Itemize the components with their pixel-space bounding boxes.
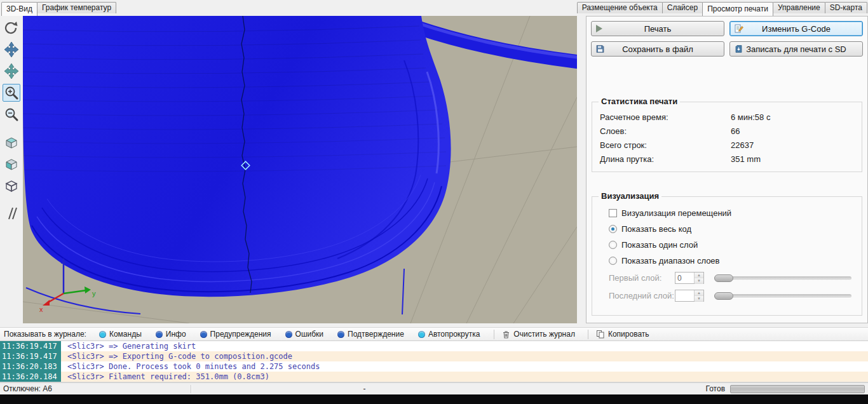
first-layer-slider[interactable] — [714, 273, 851, 283]
log-filter-errors[interactable]: Ошибки — [285, 330, 324, 339]
sd-card-icon — [735, 45, 743, 53]
log-filter-autoscroll[interactable]: Автопрокрутка — [418, 330, 480, 339]
stat-value: 22637 — [731, 140, 854, 150]
info-filter-label: Инфо — [166, 330, 186, 339]
log-message: <Slic3r> Filament required: 351.0mm (0.8… — [61, 372, 269, 382]
write-sd-button-label: Записать для печати с SD — [746, 44, 846, 54]
view-tabs: 3D-Вид График температур — [1, 2, 116, 16]
log-filter-label: Показывать в журнале: — [4, 330, 86, 339]
save-to-file-button[interactable]: Сохранить в файл — [591, 41, 724, 57]
zoom-out-button[interactable] — [3, 105, 20, 123]
slider-thumb[interactable] — [714, 292, 733, 300]
warnings-filter-label: Предупреждения — [210, 330, 271, 339]
last-layer-slider[interactable] — [714, 291, 851, 301]
info-dot-icon — [156, 331, 163, 338]
copy-icon — [596, 330, 605, 339]
radio-show-single-layer[interactable]: Показать один слой — [609, 240, 854, 250]
tab-control[interactable]: Управление — [773, 2, 825, 13]
last-layer-label: Последний слой: — [609, 291, 675, 300]
write-sd-button[interactable]: Записать для печати с SD — [729, 41, 863, 57]
radio-show-layer-range[interactable]: Показать диапазон слоев — [609, 256, 854, 266]
main-area: x y Печать Изменить G-Code Сохранит — [0, 16, 868, 323]
front-view-icon — [3, 156, 20, 172]
first-layer-spinner[interactable]: 0 ▲▼ — [675, 272, 704, 284]
log-filter-info[interactable]: Инфо — [156, 330, 186, 339]
wireframe-view-icon — [3, 177, 20, 194]
show-single-layer-label: Показать один слой — [621, 240, 698, 250]
stat-label: Всего строк: — [600, 140, 731, 150]
log-filter-ack[interactable]: Подтверждение — [337, 330, 404, 339]
parallel-projection-icon — [3, 205, 20, 222]
tab-object-placement[interactable]: Размещение объекта — [577, 2, 663, 13]
axis-label-y: y — [92, 290, 96, 297]
wireframe-view-button[interactable] — [3, 177, 20, 194]
stat-value: 6 мин:58 с — [731, 112, 854, 122]
print-statistics-group: Статистика печати Расчетное время: 6 мин… — [592, 102, 862, 172]
log-toolbar: Показывать в журнале: Команды Инфо Преду… — [0, 327, 868, 341]
spinner-arrows[interactable]: ▲▼ — [694, 290, 703, 301]
spinner-arrows[interactable]: ▲▼ — [694, 273, 703, 283]
front-view-button[interactable] — [3, 155, 20, 173]
last-layer-row: Последний слой: ▲▼ — [609, 290, 854, 302]
slider-thumb[interactable] — [714, 274, 733, 282]
move-camera-button[interactable] — [3, 41, 20, 58]
stat-label: Слоев: — [600, 126, 731, 136]
stat-value: 351 mm — [731, 154, 854, 164]
edit-gcode-button-label: Изменить G-Code — [762, 24, 831, 34]
panel-tabs: Размещение объекта Слайсер Просмотр печа… — [577, 2, 867, 16]
copy-log-button[interactable]: Копировать — [596, 330, 649, 339]
first-layer-label: Первый слой: — [609, 273, 675, 283]
spinner-down-icon[interactable]: ▼ — [695, 278, 703, 284]
show-layer-range-label: Показать диапазон слоев — [621, 256, 720, 266]
travel-visualization-checkbox[interactable]: Визуализация перемещений — [609, 208, 854, 218]
move-object-button[interactable] — [3, 62, 20, 80]
isometric-view-button[interactable] — [3, 133, 20, 151]
slider-track[interactable] — [714, 294, 851, 298]
trash-icon — [502, 330, 510, 339]
slider-track[interactable] — [714, 276, 851, 280]
spinner-up-icon[interactable]: ▲ — [695, 273, 703, 278]
first-layer-value: 0 — [675, 273, 694, 283]
radio-icon[interactable] — [609, 225, 617, 233]
radio-icon[interactable] — [609, 257, 617, 265]
tab-temperature-graph[interactable]: График температур — [37, 2, 116, 13]
zoom-in-button[interactable] — [3, 84, 20, 102]
radio-show-all-code[interactable]: Показать весь код — [609, 224, 854, 234]
move-object-icon — [3, 63, 20, 79]
clear-log-button[interactable]: Очистить журнал — [502, 330, 575, 339]
radio-icon[interactable] — [609, 241, 617, 249]
rotate-icon — [3, 20, 20, 36]
tab-print-preview[interactable]: Просмотр печати — [702, 2, 773, 16]
tab-sd-card[interactable]: SD-карта — [825, 2, 867, 13]
log-filter-commands[interactable]: Команды — [99, 330, 142, 339]
spinner-up-icon[interactable]: ▲ — [695, 290, 703, 296]
last-layer-spinner[interactable]: ▲▼ — [675, 290, 704, 302]
parallel-projection-button[interactable] — [3, 205, 20, 222]
axis-label-x: x — [39, 306, 43, 313]
checkbox-icon[interactable] — [609, 209, 617, 217]
status-progressbar — [730, 385, 865, 393]
log-message: <Slic3r> => Exporting G-code to composit… — [61, 351, 292, 361]
top-tab-strip: 3D-Вид График температур Размещение объе… — [0, 0, 868, 16]
save-icon — [596, 45, 604, 53]
tab-slicer[interactable]: Слайсер — [662, 2, 703, 13]
status-ready-label: Готов — [705, 384, 725, 393]
first-layer-row: Первый слой: 0 ▲▼ — [609, 272, 854, 284]
view-toolbar — [0, 16, 23, 323]
autoscroll-dot-icon — [418, 331, 425, 338]
log-filter-warnings[interactable]: Предупреждения — [200, 330, 271, 339]
log-output[interactable]: 11:36:19.417 <Slic3r> => Generating skir… — [0, 341, 868, 382]
panel-splitter[interactable] — [577, 16, 586, 323]
edit-gcode-button[interactable]: Изменить G-Code — [729, 21, 863, 36]
print-button[interactable]: Печать — [591, 21, 724, 36]
gcode-3d-viewport[interactable]: x y — [23, 16, 577, 323]
isometric-view-icon — [3, 134, 20, 151]
status-center-text: - — [191, 384, 538, 393]
log-row: 11:36:20.184 <Slic3r> Filament required:… — [0, 372, 868, 382]
spinner-down-icon[interactable]: ▼ — [695, 296, 703, 302]
tab-3d-view[interactable]: 3D-Вид — [1, 2, 37, 16]
rotate-view-button[interactable] — [3, 19, 20, 37]
printed-object — [23, 16, 451, 297]
visualization-title: Визуализация — [599, 191, 661, 201]
move-camera-icon — [3, 41, 20, 58]
